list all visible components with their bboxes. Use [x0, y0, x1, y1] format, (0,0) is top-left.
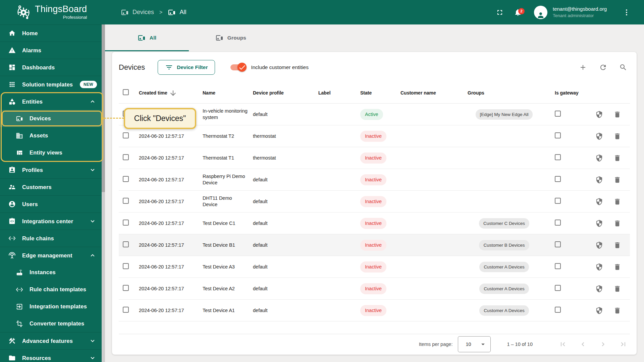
- delete-device-button[interactable]: [611, 261, 623, 273]
- sidebar-item-profiles[interactable]: Profiles: [0, 161, 102, 178]
- manage-credentials-button[interactable]: [593, 195, 605, 207]
- group-chip[interactable]: [Edge] My New Edge All: [476, 109, 533, 120]
- is-gateway-checkbox[interactable]: [555, 307, 561, 313]
- column-header-device-profile[interactable]: Device profile: [248, 90, 313, 96]
- is-gateway-checkbox[interactable]: [555, 132, 561, 138]
- row-checkbox[interactable]: [123, 263, 129, 269]
- notifications-button[interactable]: 2: [511, 5, 525, 20]
- include-customer-entities-toggle[interactable]: [230, 64, 246, 71]
- column-header-state[interactable]: State: [355, 90, 395, 96]
- manage-credentials-button[interactable]: [593, 152, 605, 164]
- sidebar-item-assets[interactable]: Assets: [0, 127, 102, 144]
- sidebar-scrollbar-thumb[interactable]: [102, 24, 105, 192]
- group-chip[interactable]: Customer C Devices: [479, 218, 529, 229]
- last-page-button[interactable]: [616, 338, 630, 351]
- delete-device-button[interactable]: [611, 174, 623, 186]
- is-gateway-checkbox[interactable]: [555, 176, 561, 182]
- prev-page-button[interactable]: [576, 338, 590, 351]
- sidebar-item-devices[interactable]: Devices: [0, 110, 102, 127]
- column-header-created-time[interactable]: Created time: [133, 89, 197, 97]
- manage-credentials-button[interactable]: [593, 261, 605, 273]
- sidebar-item-instances[interactable]: Instances: [0, 264, 102, 281]
- table-row[interactable]: 2024-06-20 12:57:17Test Device B1default…: [119, 234, 630, 256]
- tab-groups[interactable]: Groups: [189, 24, 273, 51]
- is-gateway-checkbox[interactable]: [555, 263, 561, 269]
- row-checkbox[interactable]: [123, 220, 129, 226]
- group-chip[interactable]: Customer A Devices: [479, 305, 529, 316]
- sidebar-item-dashboards[interactable]: Dashboards: [0, 59, 102, 76]
- sidebar-item-solution-templates[interactable]: Solution templatesNEW: [0, 76, 102, 93]
- user-info[interactable]: tenant@thingsboard.org Tenant administra…: [553, 6, 612, 18]
- row-checkbox[interactable]: [123, 285, 129, 291]
- row-checkbox[interactable]: [123, 307, 129, 313]
- table-row[interactable]: 2024-06-20 12:57:17DHT11 Demo Devicedefa…: [119, 191, 630, 213]
- manage-credentials-button[interactable]: [593, 108, 605, 120]
- delete-device-button[interactable]: [611, 195, 623, 207]
- is-gateway-checkbox[interactable]: [555, 154, 561, 160]
- sidebar-item-rule-chains[interactable]: Rule chains: [0, 230, 102, 247]
- select-all-checkbox[interactable]: [123, 89, 129, 95]
- next-page-button[interactable]: [596, 338, 610, 351]
- delete-device-button[interactable]: [611, 239, 623, 251]
- is-gateway-checkbox[interactable]: [555, 220, 561, 226]
- sidebar-item-integration-templates[interactable]: Integration templates: [0, 298, 102, 315]
- sidebar-item-users[interactable]: Users: [0, 195, 102, 213]
- sidebar-item-integrations-center[interactable]: Integrations center: [0, 213, 102, 230]
- column-header-groups[interactable]: Groups: [462, 90, 546, 96]
- is-gateway-checkbox[interactable]: [555, 111, 561, 117]
- sidebar-item-edge-management[interactable]: Edge management: [0, 247, 102, 264]
- table-row[interactable]: 2024-06-20 12:57:17Test Device C1default…: [119, 213, 630, 234]
- add-device-button[interactable]: [576, 61, 590, 74]
- sidebar-item-customers[interactable]: Customers: [0, 178, 102, 195]
- group-chip[interactable]: Customer A Devices: [479, 262, 529, 272]
- manage-credentials-button[interactable]: [593, 174, 605, 186]
- delete-device-button[interactable]: [611, 304, 623, 316]
- table-row[interactable]: 2024-06-20 12:57:17Raspberry Pi Demo Dev…: [119, 169, 630, 191]
- fullscreen-button[interactable]: [492, 5, 507, 20]
- column-header-customer-name[interactable]: Customer name: [395, 90, 462, 96]
- delete-device-button[interactable]: [611, 130, 623, 142]
- table-row[interactable]: 2024-06-20 12:57:17Test Device A1default…: [119, 300, 630, 321]
- sidebar-scrollbar[interactable]: [102, 24, 105, 362]
- refresh-button[interactable]: [596, 61, 610, 74]
- delete-device-button[interactable]: [611, 283, 623, 295]
- manage-credentials-button[interactable]: [593, 304, 605, 316]
- delete-device-button[interactable]: [611, 108, 623, 120]
- row-checkbox[interactable]: [123, 241, 129, 247]
- more-menu-button[interactable]: [619, 5, 634, 20]
- table-row[interactable]: 2024-06-20 12:57:17Test Device A3default…: [119, 256, 630, 278]
- manage-credentials-button[interactable]: [593, 239, 605, 251]
- group-chip[interactable]: Customer B Devices: [479, 240, 529, 250]
- sidebar-item-home[interactable]: Home: [0, 24, 102, 42]
- app-logo[interactable]: ThingsBoard Professional: [0, 0, 105, 24]
- breadcrumb-all[interactable]: All: [168, 8, 186, 16]
- device-filter-button[interactable]: Device Filter: [158, 60, 215, 75]
- breadcrumb-devices[interactable]: Devices: [121, 8, 154, 16]
- row-checkbox[interactable]: [123, 176, 129, 182]
- first-page-button[interactable]: [556, 338, 570, 351]
- is-gateway-checkbox[interactable]: [555, 241, 561, 247]
- sidebar-item-advanced-features[interactable]: Advanced features: [0, 332, 102, 349]
- table-row[interactable]: 2024-06-20 12:57:17Test Device A2default…: [119, 278, 630, 300]
- sidebar-item-entity-views[interactable]: Entity views: [0, 144, 102, 161]
- is-gateway-checkbox[interactable]: [555, 285, 561, 291]
- sidebar-item-resources[interactable]: Resources: [0, 349, 102, 362]
- column-header-is-gateway[interactable]: Is gateway: [546, 90, 593, 96]
- tab-all[interactable]: All: [105, 24, 189, 51]
- delete-device-button[interactable]: [611, 152, 623, 164]
- row-checkbox[interactable]: [123, 198, 129, 204]
- table-row[interactable]: 2024-06-20 12:57:17Thermostat T2thermost…: [119, 125, 630, 147]
- sidebar-item-rule-chain-templates[interactable]: Rule chain templates: [0, 281, 102, 298]
- manage-credentials-button[interactable]: [593, 283, 605, 295]
- column-header-name[interactable]: Name: [197, 90, 248, 96]
- sidebar-item-entities[interactable]: Entities: [0, 93, 102, 110]
- avatar[interactable]: [534, 6, 547, 19]
- row-checkbox[interactable]: [123, 154, 129, 160]
- sidebar-item-alarms[interactable]: Alarms: [0, 42, 102, 59]
- row-checkbox[interactable]: [123, 132, 129, 138]
- column-header-label[interactable]: Label: [313, 90, 355, 96]
- items-per-page-select[interactable]: 10: [458, 336, 491, 352]
- delete-device-button[interactable]: [611, 217, 623, 229]
- group-chip[interactable]: Customer A Devices: [479, 284, 529, 294]
- table-row[interactable]: 2024-06-20 12:57:17Thermostat T1thermost…: [119, 147, 630, 169]
